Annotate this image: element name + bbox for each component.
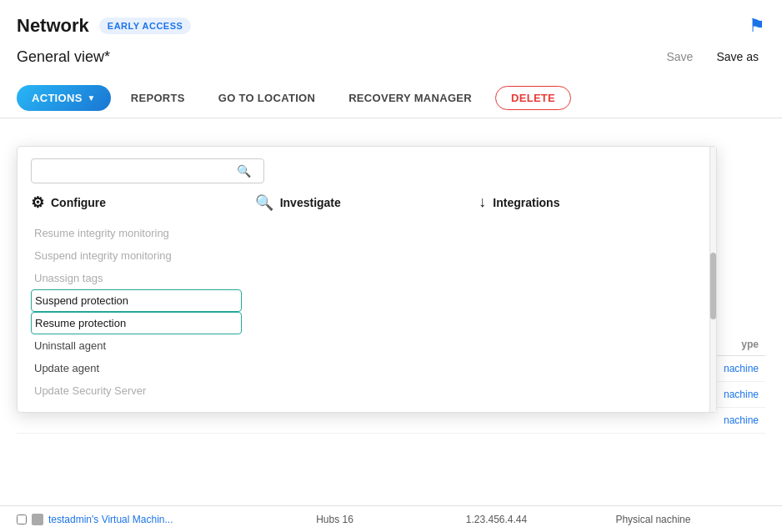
actions-dropdown: 🔍 ⚙ Configure Resume integrity monitorin…: [17, 146, 717, 413]
resume-protection-item[interactable]: Resume protection: [31, 312, 242, 334]
delete-button[interactable]: DELETE: [495, 86, 571, 110]
save-button[interactable]: Save: [659, 47, 699, 67]
dropdown-columns: ⚙ Configure Resume integrity monitoring …: [18, 193, 716, 402]
configure-column: ⚙ Configure Resume integrity monitoring …: [31, 193, 255, 402]
investigate-icon: 🔍: [255, 193, 273, 212]
page-title: Network: [17, 15, 89, 37]
header: Network EARLY ACCESS ⚑: [0, 0, 782, 43]
integrations-label: Integrations: [493, 196, 559, 209]
recovery-manager-button[interactable]: RECOVERY MANAGER: [335, 85, 485, 111]
update-agent-item[interactable]: Update agent: [31, 357, 242, 379]
early-access-badge: EARLY ACCESS: [99, 18, 192, 34]
subheader: General view* Save Save as: [0, 43, 782, 78]
bottom-row: testadmin's Virtual Machin... Hubs 16 1.…: [0, 505, 782, 532]
dropdown-scrollbar[interactable]: [709, 147, 716, 412]
list-item[interactable]: Resume integrity monitoring: [31, 222, 242, 244]
subheader-actions: Save Save as: [659, 47, 765, 67]
go-to-location-button[interactable]: GO TO LOCATION: [205, 85, 328, 111]
row-detail-1: Hubs 16: [316, 514, 466, 525]
configure-icon: ⚙: [31, 193, 44, 212]
scrollbar-thumb: [710, 253, 716, 319]
page-wrapper: Network EARLY ACCESS ⚑ General view* Sav…: [0, 0, 782, 532]
cell-type: nachine: [388, 414, 765, 426]
investigate-label: Investigate: [280, 196, 341, 209]
configure-label: Configure: [51, 196, 106, 209]
chevron-down-icon: ▼: [88, 93, 96, 103]
integrations-header: ↓ Integrations: [479, 193, 689, 213]
configure-header: ⚙ Configure: [31, 193, 242, 213]
update-security-server-item[interactable]: Update Security Server: [31, 379, 242, 402]
suspend-protection-item[interactable]: Suspend protection: [31, 289, 242, 312]
row-icon: [32, 514, 43, 525]
reports-button[interactable]: REPORTS: [118, 85, 198, 111]
row-detail-3: Physical nachine: [615, 514, 765, 525]
row-checkbox[interactable]: [17, 514, 27, 524]
list-item[interactable]: Unassign tags: [31, 267, 242, 289]
list-item[interactable]: Suspend integrity monitoring: [31, 244, 242, 267]
dropdown-search-area: 🔍: [18, 147, 716, 193]
integrations-icon: ↓: [479, 193, 486, 211]
flag-icon: ⚑: [749, 15, 765, 37]
integrations-column: ↓ Integrations: [479, 193, 703, 402]
search-field-wrapper: 🔍: [31, 158, 264, 183]
search-icon: 🔍: [237, 164, 251, 178]
actions-label: ACTIONS: [32, 92, 83, 104]
investigate-column: 🔍 Investigate: [255, 193, 479, 402]
row-name: testadmin's Virtual Machin...: [48, 514, 173, 525]
view-title: General view*: [17, 48, 110, 66]
investigate-header: 🔍 Investigate: [255, 193, 466, 213]
uninstall-agent-item[interactable]: Uninstall agent: [31, 334, 242, 357]
search-input[interactable]: [40, 165, 232, 178]
row-detail-2: 1.23.456.4.44: [466, 514, 616, 525]
actions-button[interactable]: ACTIONS ▼: [17, 85, 111, 111]
save-as-button[interactable]: Save as: [709, 47, 765, 67]
toolbar: ACTIONS ▼ REPORTS GO TO LOCATION RECOVER…: [0, 78, 782, 118]
